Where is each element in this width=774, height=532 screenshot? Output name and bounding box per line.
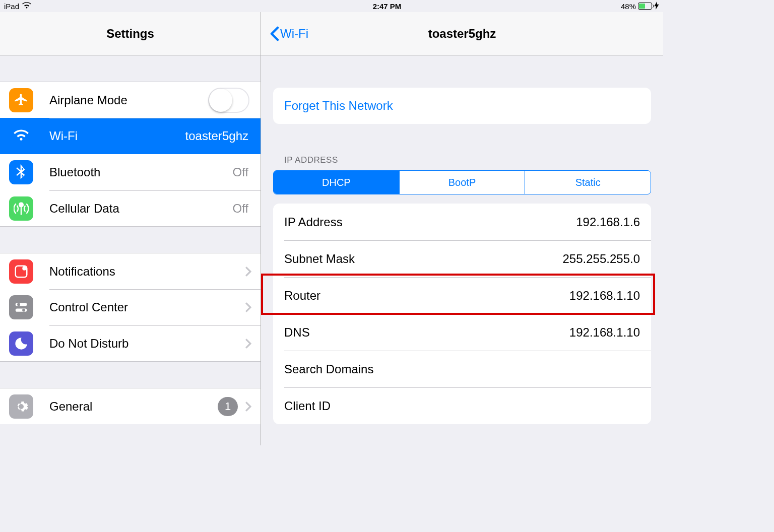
row-router[interactable]: Router 192.168.1.10 <box>273 277 651 314</box>
sidebar-item-general[interactable]: General 1 <box>0 388 261 424</box>
svg-point-5 <box>22 309 25 312</box>
sidebar-label: Cellular Data <box>49 202 232 216</box>
chevron-right-icon <box>245 302 251 313</box>
sidebar-nav: Settings <box>0 12 261 55</box>
sidebar-item-notifications[interactable]: Notifications <box>0 253 261 289</box>
sidebar-item-do-not-disturb[interactable]: Do Not Disturb <box>0 325 261 362</box>
detail-nav: Wi-Fi toaster5ghz <box>261 12 663 55</box>
row-dns[interactable]: DNS 192.168.1.10 <box>273 314 651 351</box>
chevron-right-icon <box>245 266 251 277</box>
sidebar-item-wifi[interactable]: Wi-Fi toaster5ghz <box>0 118 261 154</box>
sidebar-title: Settings <box>0 27 261 41</box>
charging-icon <box>654 2 659 11</box>
airplane-icon <box>9 88 33 112</box>
svg-point-3 <box>17 303 20 306</box>
battery-icon <box>638 3 652 10</box>
battery-percent: 48% <box>621 2 636 11</box>
ip-mode-segmented-control: DHCP BootP Static <box>273 170 651 194</box>
do-not-disturb-icon <box>9 331 33 356</box>
settings-sidebar: Settings Airplane Mode Wi-Fi toaster5ghz <box>0 12 261 445</box>
seg-dhcp[interactable]: DHCP <box>274 171 399 194</box>
back-label: Wi-Fi <box>280 27 308 41</box>
row-search-domains[interactable]: Search Domains <box>273 351 651 387</box>
sidebar-item-bluetooth[interactable]: Bluetooth Off <box>0 154 261 190</box>
chevron-left-icon <box>270 26 279 41</box>
svg-point-1 <box>22 266 26 270</box>
forget-network-button[interactable]: Forget This Network <box>273 88 651 124</box>
sidebar-item-airplane-mode[interactable]: Airplane Mode <box>0 82 261 118</box>
sidebar-group-system: Notifications Control Center Do Not Dist… <box>0 253 261 362</box>
gear-icon <box>9 394 33 419</box>
sidebar-label: General <box>49 400 218 414</box>
sidebar-label: Notifications <box>49 264 245 279</box>
forget-network-card: Forget This Network <box>273 88 651 124</box>
chevron-right-icon <box>245 401 251 412</box>
sidebar-label: Control Center <box>49 300 245 314</box>
sidebar-label: Bluetooth <box>49 165 232 179</box>
wifi-icon <box>9 124 33 148</box>
detail-title: toaster5ghz <box>261 27 663 41</box>
ip-details-list: IP Address 192.168.1.6 Subnet Mask 255.2… <box>273 204 651 424</box>
seg-bootp[interactable]: BootP <box>399 171 525 194</box>
seg-static[interactable]: Static <box>525 171 651 194</box>
row-subnet-mask[interactable]: Subnet Mask 255.255.255.0 <box>273 240 651 277</box>
sidebar-value: Off <box>232 165 248 179</box>
sidebar-label: Wi-Fi <box>49 129 185 143</box>
chevron-right-icon <box>245 338 251 349</box>
airplane-toggle[interactable] <box>208 88 249 113</box>
svg-rect-2 <box>16 303 27 306</box>
cellular-icon <box>9 196 33 221</box>
wifi-status-icon <box>22 2 31 11</box>
sidebar-value: Off <box>232 202 248 216</box>
sidebar-value: toaster5ghz <box>185 129 248 143</box>
status-bar: iPad 2:47 PM 48% <box>0 0 663 12</box>
device-label: iPad <box>4 2 19 11</box>
notifications-icon <box>9 259 33 284</box>
ip-address-header: IP ADDRESS <box>284 155 651 165</box>
badge-count: 1 <box>218 397 238 416</box>
clock: 2:47 PM <box>373 2 402 11</box>
sidebar-group-general: General 1 <box>0 388 261 424</box>
sidebar-group-connectivity: Airplane Mode Wi-Fi toaster5ghz Bluetoot… <box>0 82 261 227</box>
row-client-id[interactable]: Client ID <box>273 387 651 424</box>
sidebar-label: Do Not Disturb <box>49 337 245 351</box>
sidebar-item-cellular-data[interactable]: Cellular Data Off <box>0 190 261 227</box>
back-button[interactable]: Wi-Fi <box>261 26 308 41</box>
bluetooth-icon <box>9 160 33 184</box>
control-center-icon <box>9 295 33 319</box>
sidebar-item-control-center[interactable]: Control Center <box>0 289 261 325</box>
sidebar-label: Airplane Mode <box>49 93 208 107</box>
row-ip-address[interactable]: IP Address 192.168.1.6 <box>273 204 651 240</box>
detail-pane: Wi-Fi toaster5ghz Forget This Network IP… <box>261 12 663 445</box>
